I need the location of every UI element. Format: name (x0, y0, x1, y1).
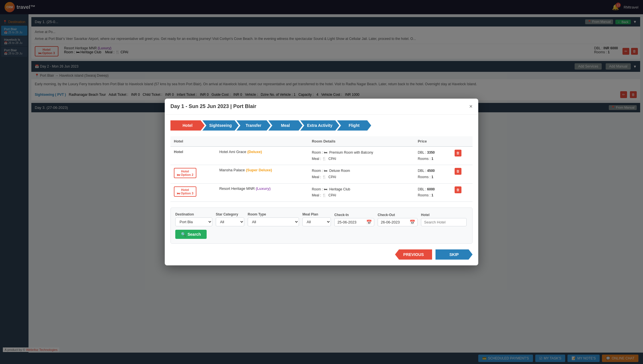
room-type-group: Room Type All (248, 212, 299, 226)
modal-body: Hotel Sightseeing Transfer Meal Extra Ac… (165, 115, 478, 265)
tab-hotel[interactable]: Hotel (170, 120, 205, 131)
hotel-action-3: 🗑 (451, 183, 473, 202)
hotel-option3-badge[interactable]: Hotel 🛏 Option 3 (174, 186, 196, 197)
meal-plan-group: Meal Plan All (302, 212, 331, 226)
hotel-label-1: Hotel (170, 147, 216, 165)
room-type-select[interactable]: All (248, 217, 299, 226)
hotel-delete-btn-1[interactable]: 🗑 (455, 150, 461, 156)
tab-extra-activity[interactable]: Extra Activity (300, 120, 339, 131)
modal-footer-btns: PREVIOUS SKIP (170, 249, 473, 260)
hotel-delete-btn-3[interactable]: 🗑 (455, 186, 461, 193)
table-row: Hotel 🛏 Option 2 Mansha Palace (Super De… (170, 165, 473, 183)
modal-title: Day 1 - Sun 25 Jun 2023 | Port Blair (170, 103, 256, 109)
modal-close-btn[interactable]: × (469, 103, 473, 110)
checkout-group: Check-Out 📅 (378, 213, 418, 226)
destination-label: Destination (175, 212, 212, 216)
hotel-search-group: Hotel (421, 213, 467, 226)
destination-select[interactable]: Port Bla (175, 217, 212, 226)
hotel-option-3-cell: Hotel 🛏 Option 3 (170, 183, 216, 202)
hotel-name-3: Resort Heritage MNR (Luxury) (216, 183, 308, 202)
tab-transfer[interactable]: Transfer (236, 120, 270, 131)
hotel-table: Hotel Room Details Price Hotel Hotel Ami… (170, 136, 473, 202)
modal-header: Day 1 - Sun 25 Jun 2023 | Port Blair × (165, 99, 478, 115)
col-name (216, 136, 308, 147)
hotel-search-input[interactable] (421, 218, 467, 226)
checkout-label: Check-Out (378, 213, 418, 217)
skip-btn[interactable]: SKIP (436, 249, 473, 260)
hotel-price-3: DBL : 6000 Rooms : 1 (414, 183, 451, 202)
star-category-label: Star Category (216, 212, 244, 216)
hotel-action-2: 🗑 (451, 165, 473, 183)
tab-meal[interactable]: Meal (268, 120, 302, 131)
hotel-option2-badge[interactable]: Hotel 🛏 Option 2 (174, 168, 196, 178)
star-category-group: Star Category All (216, 212, 244, 226)
hotel-name-1: Hotel Ami Grace (Deluxe) (216, 147, 308, 165)
col-price: Price (414, 136, 451, 147)
hotel-price-1: DBL : 3350 Rooms : 1 (414, 147, 451, 165)
hotel-delete-btn-2[interactable]: 🗑 (455, 168, 461, 175)
room-type-label: Room Type (248, 212, 299, 216)
tab-navigation: Hotel Sightseeing Transfer Meal Extra Ac… (170, 120, 473, 131)
col-hotel: Hotel (170, 136, 216, 147)
tab-sightseeing[interactable]: Sightseeing (202, 120, 239, 131)
hotel-action-1: 🗑 (451, 147, 473, 165)
hotel-room-2: Room : 🛏 Deluxe Room Meal : 🍴 CPAI (308, 165, 414, 183)
modal-overlay: Day 1 - Sun 25 Jun 2023 | Port Blair × H… (0, 0, 643, 364)
col-action (451, 136, 473, 147)
hotel-room-1: Room : 🛏 Premium Room with Balcony Meal … (308, 147, 414, 165)
tab-flight[interactable]: Flight (337, 120, 371, 131)
checkout-input[interactable] (378, 218, 418, 226)
table-row: Hotel 🛏 Option 3 Resort Heritage MNR (Lu… (170, 183, 473, 202)
col-room: Room Details (308, 136, 414, 147)
search-btn[interactable]: 🔍 Search (175, 230, 207, 239)
search-icon: 🔍 (181, 232, 186, 237)
previous-btn[interactable]: PREVIOUS (395, 249, 432, 260)
checkin-input-wrap: 📅 (334, 218, 374, 226)
search-btn-group: 🔍 Search (175, 230, 207, 239)
destination-group: Destination Port Bla (175, 212, 212, 226)
hotel-modal: Day 1 - Sun 25 Jun 2023 | Port Blair × H… (165, 99, 478, 265)
hotel-room-3: Room : 🛏 Heritage Club Meal : 🍴 CPAI (308, 183, 414, 202)
hotel-search-label: Hotel (421, 213, 467, 217)
checkin-group: Check-In 📅 (334, 213, 374, 226)
meal-plan-label: Meal Plan (302, 212, 331, 216)
hotel-search-form: Destination Port Bla Star Category All (170, 208, 473, 244)
checkout-input-wrap: 📅 (378, 218, 418, 226)
hotel-option-2-cell: Hotel 🛏 Option 2 (170, 165, 216, 183)
hotel-name-2: Mansha Palace (Super Deluxe) (216, 165, 308, 183)
checkin-label: Check-In (334, 213, 374, 217)
star-category-select[interactable]: All (216, 217, 244, 226)
meal-plan-select[interactable]: All (302, 217, 331, 226)
table-row: Hotel Hotel Ami Grace (Deluxe) Room : 🛏 … (170, 147, 473, 165)
checkin-input[interactable] (334, 218, 374, 226)
hotel-price-2: DBL : 4500 Rooms : 1 (414, 165, 451, 183)
search-form-row: Destination Port Bla Star Category All (175, 212, 468, 239)
